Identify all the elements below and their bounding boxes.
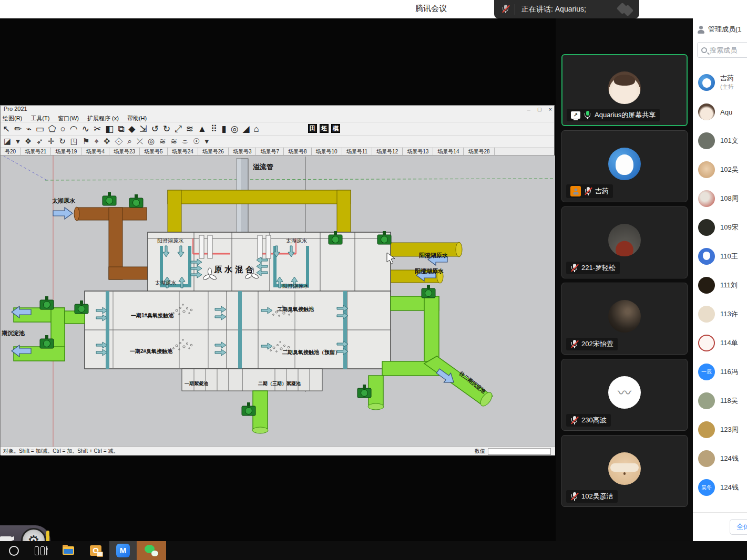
- menu-draw[interactable]: 绘图(R): [3, 115, 22, 122]
- scene-tab[interactable]: 场景号28: [464, 148, 494, 155]
- video-tile-221[interactable]: 221-罗轻松: [561, 206, 688, 278]
- scene-tab[interactable]: 号20: [1, 148, 21, 155]
- scene-tab[interactable]: 场景号24: [168, 148, 198, 155]
- avatar: [698, 132, 715, 149]
- scene-tab[interactable]: 场景号23: [109, 148, 140, 155]
- member-row[interactable]: 123周: [698, 421, 739, 438]
- file-explorer-button[interactable]: [55, 541, 82, 560]
- tencent-meeting-icon: M: [116, 544, 130, 557]
- divider: [515, 4, 515, 15]
- minimize-button[interactable]: –: [527, 106, 530, 112]
- member-name: 111刘: [720, 281, 738, 290]
- menu-extensions[interactable]: 扩展程序 (x): [87, 115, 119, 122]
- member-row[interactable]: 113许: [698, 306, 738, 323]
- member-row[interactable]: 108周: [698, 190, 739, 207]
- avatar: [698, 306, 715, 323]
- member-row[interactable]: 118吴: [698, 392, 738, 409]
- scene-tab[interactable]: 场景号12: [372, 148, 403, 155]
- label-yangcheng-right-1: 阳澄湖原水: [419, 252, 448, 258]
- label-tank-1-2: 一期2#臭氧接触池: [130, 348, 173, 354]
- avatar: [698, 421, 715, 438]
- avatar: [698, 103, 715, 120]
- participant-name: 221-罗轻松: [581, 263, 616, 273]
- tencent-meeting-watermark-icon: [618, 4, 632, 15]
- video-tiles-panel: ↗ Aquarius的屏幕共享 吉药 221-罗轻松 202宋怡萱 230高波: [556, 18, 693, 541]
- maximize-button[interactable]: □: [538, 106, 541, 112]
- shared-screen-area: Pro 2021 – □ × 绘图(R) 工具(T) 窗口(W) 扩展程序 (x…: [0, 18, 556, 541]
- member-row[interactable]: 101文: [698, 132, 739, 149]
- avatar: [698, 248, 715, 265]
- scene-tab[interactable]: 场景号11: [342, 148, 372, 155]
- outlook-button[interactable]: O: [82, 541, 109, 560]
- scene-tab[interactable]: 场景号21: [21, 148, 51, 155]
- scene-tab[interactable]: 场景号13: [403, 148, 433, 155]
- member-row[interactable]: 109宋: [698, 219, 739, 236]
- scene-tab[interactable]: 场景号7: [256, 148, 284, 155]
- label-taihu-bl: 太湖原水: [155, 280, 176, 286]
- menu-help[interactable]: 帮助(H): [127, 115, 147, 122]
- label-to-phase1-sediment: 期沉淀池: [2, 330, 25, 336]
- speaking-indicator-bar: 正在讲话: Aquarius;: [494, 0, 639, 18]
- scene-tabs: 号20 场景号21 场景号19 场景号4 场景号23 场景号5 场景号24 场景…: [1, 148, 554, 155]
- mic-muted-icon: [570, 340, 578, 349]
- label-overflow-pipe: 溢流管: [253, 163, 273, 171]
- member-name: 102吴: [720, 165, 739, 174]
- wechat-taskbar-button[interactable]: [137, 541, 166, 560]
- avatar: [698, 219, 715, 236]
- scene-tab[interactable]: 场景号14: [433, 148, 464, 155]
- label-flocculation-2: 二期（三期）絮凝池: [258, 381, 301, 386]
- sketchup-window: Pro 2021 – □ × 绘图(R) 工具(T) 窗口(W) 扩展程序 (x…: [0, 105, 555, 455]
- menu-tools[interactable]: 工具(T): [30, 115, 49, 122]
- member-row[interactable]: 110王: [698, 248, 738, 265]
- avatar: [698, 74, 715, 91]
- scene-tab[interactable]: 场景号10: [312, 148, 342, 155]
- video-tile-102[interactable]: 102吴彦洁: [561, 435, 688, 507]
- label-tank-2-2: 二期臭氧接触池（预留）: [282, 349, 340, 355]
- plugin-button-1[interactable]: 田: [308, 124, 317, 133]
- member-row[interactable]: 吉药 (主持: [698, 74, 734, 91]
- member-row[interactable]: 111刘: [698, 277, 738, 294]
- member-row[interactable]: 124钱: [698, 450, 739, 467]
- video-tile-jiyao[interactable]: 吉药: [561, 130, 688, 202]
- speaking-text: 正在讲话: Aquarius;: [521, 5, 586, 14]
- scene-tab[interactable]: 场景号26: [198, 148, 229, 155]
- toolbar-row-2[interactable]: ◪▾❖➶✛↻◳⚑⌖✥⟐⌕⤫◎≋≋⌯☉▾: [1, 136, 554, 148]
- tencent-meeting-taskbar-button[interactable]: M: [109, 541, 137, 560]
- plugin-button-2[interactable]: 坯: [320, 124, 329, 133]
- member-row[interactable]: 114单: [698, 335, 738, 351]
- members-icon: [697, 26, 705, 34]
- measurement-input[interactable]: [488, 448, 551, 455]
- mic-muted-icon: [584, 187, 592, 196]
- plugin-buttons: 田 坯 模: [308, 124, 340, 133]
- video-tile-aquarius[interactable]: ↗ Aquarius的屏幕共享: [561, 54, 688, 126]
- sketchup-viewport[interactable]: 溢流管 太湖原水 阳澄湖原水 太湖原水 原水混合 太湖原水 阳澄湖原水 阳澄湖原…: [1, 155, 555, 447]
- scene-tab[interactable]: 场景号19: [51, 148, 81, 155]
- label-yangcheng-br: 阳澄湖原水: [282, 283, 309, 289]
- member-row[interactable]: 102吴: [698, 161, 739, 178]
- avatar: [698, 190, 715, 207]
- menu-window[interactable]: 窗口(W): [58, 115, 79, 122]
- search-input[interactable]: [710, 46, 746, 54]
- task-view-button[interactable]: [27, 541, 55, 560]
- member-search-box[interactable]: [697, 42, 747, 58]
- label-yangcheng-tl: 阳澄湖原水: [157, 238, 183, 244]
- scene-tab[interactable]: 场景号4: [81, 148, 109, 155]
- toolbar-row-1[interactable]: ↖✏⌁▭⬠○◠∿✂◧⧉◆⇲↺↻⤢≋▲⠿▮◎◢⌂: [1, 122, 554, 136]
- member-name: 118吴: [720, 396, 738, 406]
- scene-tab[interactable]: 场景号3: [229, 148, 257, 155]
- plugin-button-3[interactable]: 模: [331, 124, 340, 133]
- cortana-button[interactable]: [0, 541, 27, 560]
- scene-tab[interactable]: 场景号8: [284, 148, 312, 155]
- video-tile-230[interactable]: 230高波: [561, 359, 688, 431]
- search-icon: [701, 47, 707, 53]
- mute-all-button[interactable]: 全体: [730, 519, 747, 535]
- close-button[interactable]: ×: [549, 106, 552, 112]
- member-row[interactable]: Aqu: [698, 103, 732, 120]
- avatar: [698, 277, 715, 294]
- member-name: 114单: [720, 338, 738, 348]
- status-bar: 对象。Shift = 加/减。Ctrl = 加。Shift + Ctrl = 减…: [1, 447, 555, 455]
- member-row[interactable]: 昊冬 124钱: [698, 479, 739, 496]
- video-tile-202[interactable]: 202宋怡萱: [561, 283, 688, 355]
- scene-tab[interactable]: 场景号5: [140, 148, 168, 155]
- member-row[interactable]: 一辰 116冯: [698, 364, 738, 380]
